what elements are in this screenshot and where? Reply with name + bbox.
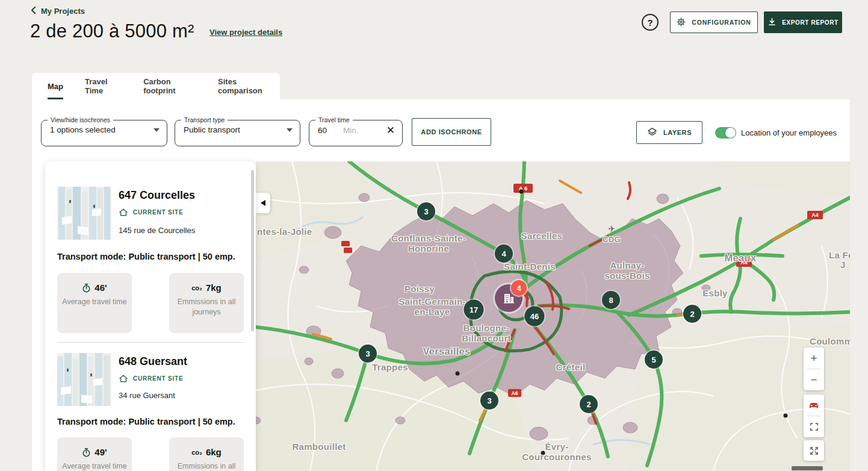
transport-type-select[interactable]: Transport type Public transport: [175, 116, 300, 146]
travel-time-field: Travel time Min. ✕: [309, 116, 403, 146]
co2-icon: co₂: [191, 449, 202, 456]
tab-sites-comparison[interactable]: Sites comparison: [218, 73, 274, 99]
fullscreen-control: [804, 440, 824, 461]
question-mark-icon: ?: [647, 17, 653, 28]
emissions-value: 6kg: [206, 447, 222, 457]
layer-controls: [804, 395, 824, 437]
layers-label: LAYERS: [663, 129, 692, 136]
divider: [57, 342, 244, 343]
gear-icon: [677, 17, 686, 28]
current-site-badge: CURRENT SITE: [119, 208, 184, 217]
zoom-controls: + −: [804, 348, 824, 390]
cluster-marker[interactable]: 4: [495, 245, 513, 263]
crop-frame-icon: [810, 422, 819, 431]
export-report-label: EXPORT REPORT: [782, 19, 838, 26]
transport-type-select-label: Transport type: [181, 116, 228, 123]
back-label: My Projects: [41, 7, 85, 16]
svg-text:A6: A6: [512, 390, 518, 396]
cluster-marker[interactable]: 5: [645, 351, 663, 369]
plane-icon: ✈: [608, 224, 615, 234]
isochrones-select[interactable]: View/hide isochrones 1 options selected: [41, 116, 167, 146]
avg-travel-time-value: 46': [95, 282, 107, 293]
cluster-marker[interactable]: 46: [525, 307, 545, 326]
cluster-marker[interactable]: 2: [683, 305, 701, 323]
map-attribution: [792, 466, 823, 470]
zoom-out-button[interactable]: −: [804, 369, 824, 390]
layers-button[interactable]: LAYERS: [636, 121, 702, 144]
avg-travel-time-label: Average travel time: [61, 461, 128, 471]
stopwatch-icon: [82, 283, 91, 293]
collapse-panel-button[interactable]: [256, 193, 270, 213]
car-icon: [808, 401, 819, 410]
travel-time-field-label: Travel time: [315, 116, 353, 123]
isochrones-select-value: 1 options selected: [50, 125, 149, 134]
cluster-marker[interactable]: 8: [602, 291, 620, 309]
avg-travel-time-stat: 46' Average travel time: [57, 273, 132, 333]
export-report-button[interactable]: EXPORT REPORT: [764, 11, 842, 33]
avg-travel-time-value: 49': [95, 447, 107, 457]
cluster-marker[interactable]: 17: [464, 300, 484, 320]
tab-bar: Map Travel Time Carbon footprint Sites c…: [32, 73, 280, 99]
app-window: My Projects 2 de 200 à 5000 m² View proj…: [0, 0, 868, 471]
sites-panel: 647 Courcelles CURRENT SITE 145 rue de C…: [45, 161, 256, 471]
back-to-projects-button[interactable]: My Projects: [30, 6, 85, 16]
zoom-in-button[interactable]: +: [804, 348, 824, 369]
current-site-badge: CURRENT SITE: [119, 374, 184, 383]
home-icon: [119, 374, 128, 383]
avg-travel-time-label: Average travel time: [61, 297, 128, 307]
chevron-down-icon: [287, 128, 293, 132]
svg-text:A4: A4: [811, 212, 819, 218]
site-name: 647 Courcelles: [119, 189, 195, 202]
main-content: View/hide isochrones 1 options selected …: [32, 99, 850, 471]
triangle-left-icon: [261, 200, 265, 206]
stopwatch-icon: [82, 448, 91, 457]
add-isochrone-button[interactable]: ADD ISOCHRONE: [412, 118, 491, 146]
configuration-button[interactable]: CONFIGURATION: [670, 11, 758, 33]
add-isochrone-label: ADD ISOCHRONE: [421, 128, 482, 136]
cluster-marker[interactable]: 3: [417, 202, 435, 220]
svg-text:A4: A4: [740, 260, 748, 266]
transport-type-select-value: Public transport: [184, 125, 282, 134]
travel-time-input[interactable]: [318, 126, 343, 135]
download-icon: [767, 17, 777, 28]
tab-travel-time[interactable]: Travel Time: [85, 73, 122, 99]
home-icon: [119, 208, 128, 217]
clear-travel-time-icon[interactable]: ✕: [386, 125, 395, 136]
expand-button[interactable]: [804, 440, 824, 461]
emissions-label: Emmissions in all journeys: [173, 297, 240, 317]
site-address: 34 rue Guersant: [119, 391, 175, 400]
site-thumbnail: [57, 353, 111, 406]
frame-select-button[interactable]: [804, 416, 824, 437]
employees-toggle[interactable]: [715, 127, 736, 139]
help-button[interactable]: ?: [642, 14, 659, 31]
view-project-details-link[interactable]: View project details: [209, 28, 282, 37]
tab-map[interactable]: Map: [48, 73, 63, 99]
travel-time-unit: Min.: [343, 126, 386, 135]
site-address: 145 rue de Courcelles: [119, 226, 195, 235]
panel-scrollbar[interactable]: [251, 170, 254, 331]
cluster-marker[interactable]: 2: [580, 395, 598, 413]
layers-icon: [647, 127, 657, 139]
employees-toggle-label: Location of your employees: [741, 128, 837, 137]
page-title: 2 de 200 à 5000 m²: [30, 20, 194, 42]
site-marker-badge: 4: [511, 280, 527, 296]
expand-arrows-icon: [810, 446, 819, 455]
avg-travel-time-stat: 49' Average travel time: [57, 437, 132, 471]
site-thumbnail: [57, 187, 111, 240]
isochrones-select-label: View/hide isochrones: [48, 116, 113, 123]
chevron-down-icon: [153, 128, 160, 132]
configuration-label: CONFIGURATION: [692, 19, 751, 26]
cluster-marker[interactable]: 3: [359, 345, 377, 363]
tab-carbon-footprint[interactable]: Carbon footprint: [143, 73, 196, 99]
emissions-label: Emmissions in all journeys: [173, 461, 240, 471]
map-canvas[interactable]: A 6 A4 A4 A6 ✈: [256, 161, 850, 471]
traffic-button[interactable]: [804, 395, 824, 416]
emissions-value: 7kg: [206, 282, 222, 293]
site-transport-mode: Transport mode: Public transport | 50 em…: [57, 252, 235, 261]
site-name: 648 Guersant: [119, 355, 187, 368]
site-transport-mode: Transport mode: Public transport | 50 em…: [57, 417, 235, 426]
emissions-stat: co₂ 6kg Emmissions in all journeys: [169, 437, 244, 471]
co2-icon: co₂: [191, 284, 202, 292]
cluster-marker[interactable]: 3: [480, 391, 498, 410]
toggle-knob: [725, 128, 736, 138]
